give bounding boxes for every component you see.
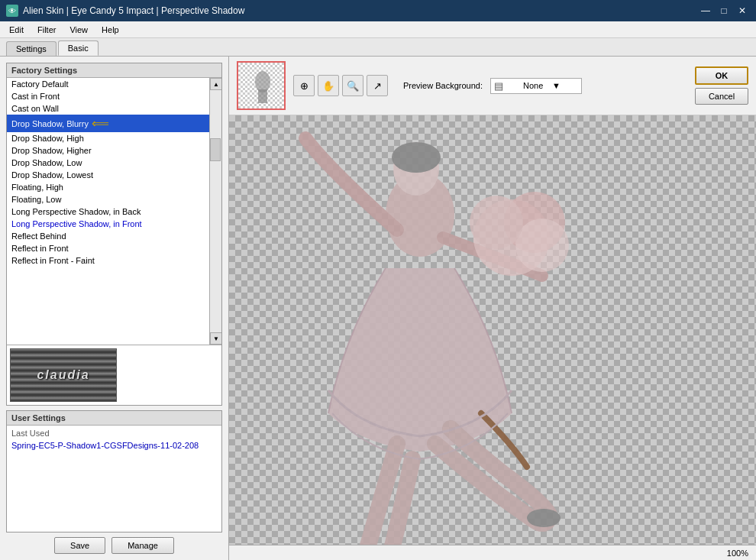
list-item[interactable]: Long Perspective Shadow, in Back <box>7 206 209 218</box>
canvas-area <box>229 115 756 545</box>
preset-section: Factory Settings Factory Default Cast in… <box>6 63 222 406</box>
scroll-down-button[interactable]: ▼ <box>210 332 221 345</box>
tab-settings[interactable]: Settings <box>6 41 57 56</box>
user-settings-content: Last Used Spring-EC5-P-Shadow1-CGSFDesig… <box>7 426 221 532</box>
preset-header: Factory Settings <box>7 63 221 78</box>
list-item[interactable]: Reflect Behind <box>7 230 209 242</box>
main-content: Factory Settings Factory Default Cast in… <box>0 57 756 560</box>
bottom-buttons: Save Manage <box>6 537 222 554</box>
hand-tool[interactable]: ✋ <box>318 75 339 96</box>
zoom-in-tool[interactable]: ⊕ <box>293 75 315 96</box>
window-title: Alien Skin | Eye Candy 5 Impact | Perspe… <box>23 5 244 16</box>
vertical-scrollbar[interactable]: ▲ ▼ <box>209 78 221 345</box>
svg-point-8 <box>392 142 441 173</box>
preset-list-container: Factory Default Cast in Front Cast on Wa… <box>7 78 221 345</box>
title-bar: 👁 Alien Skin | Eye Candy 5 Impact | Pers… <box>0 0 756 21</box>
list-item[interactable]: Cast in Front <box>7 90 209 102</box>
minimize-button[interactable]: — <box>698 3 713 18</box>
save-button[interactable]: Save <box>54 537 105 554</box>
scroll-track[interactable] <box>210 90 221 332</box>
menu-view[interactable]: View <box>63 24 94 36</box>
list-item[interactable]: Factory Default <box>7 78 209 90</box>
scroll-thumb[interactable] <box>210 138 221 161</box>
list-item[interactable]: Drop Shadow, Low <box>7 157 209 169</box>
menu-edit[interactable]: Edit <box>3 24 30 36</box>
cancel-button[interactable]: Cancel <box>695 88 748 105</box>
menu-help[interactable]: Help <box>95 24 125 36</box>
select-tool[interactable]: ↗ <box>367 75 388 96</box>
preset-list: Factory Default Cast in Front Cast on Wa… <box>7 78 209 345</box>
window-controls: — □ ✕ <box>698 3 750 18</box>
preview-bg-select[interactable]: ▤ None ▼ <box>490 78 582 94</box>
watermark-image: claudia <box>10 348 117 402</box>
dropdown-arrow-icon: ▼ <box>552 81 578 90</box>
title-bar-title: 👁 Alien Skin | Eye Candy 5 Impact | Pers… <box>6 5 244 17</box>
scroll-up-button[interactable]: ▲ <box>210 78 221 90</box>
zoom-out-tool[interactable]: 🔍 <box>342 75 363 96</box>
svg-point-4 <box>255 71 270 92</box>
top-row: ⊕ ✋ 🔍 ↗ Preview Background: ▤ None ▼ OK … <box>229 57 756 115</box>
list-item[interactable]: Floating, High <box>7 181 209 193</box>
menu-filter[interactable]: Filter <box>31 24 62 36</box>
svg-rect-5 <box>258 89 267 103</box>
list-item-selected[interactable]: Drop Shadow, Blurry ⟸ <box>7 115 209 132</box>
list-item[interactable]: Drop Shadow, Lowest <box>7 169 209 181</box>
list-item[interactable]: Long Perspective Shadow, in Front <box>7 218 209 230</box>
user-settings-section: User Settings Last Used Spring-EC5-P-Sha… <box>6 410 222 532</box>
list-item[interactable]: Drop Shadow, Higher <box>7 144 209 157</box>
status-bar: 100% <box>229 545 756 560</box>
preview-thumbnail <box>237 61 286 110</box>
user-last-used-label: Last Used <box>11 429 217 438</box>
preview-bg-label: Preview Background: <box>403 81 483 90</box>
toolbar-icons: ⊕ ✋ 🔍 ↗ <box>293 75 388 96</box>
menu-bar: Edit Filter View Help <box>0 21 756 38</box>
zoom-level: 100% <box>727 549 748 558</box>
dancer-figure <box>267 123 588 545</box>
user-last-used-item[interactable]: Spring-EC5-P-Shadow1-CGSFDesigns-11-02-2… <box>11 441 217 450</box>
manage-button[interactable]: Manage <box>111 537 174 554</box>
tab-bar: Settings Basic <box>0 38 756 57</box>
right-panel: ⊕ ✋ 🔍 ↗ Preview Background: ▤ None ▼ OK … <box>229 57 756 560</box>
arrow-indicator: ⟸ <box>92 116 109 131</box>
user-settings-header: User Settings <box>7 411 221 426</box>
maximize-button[interactable]: □ <box>716 3 732 18</box>
list-item[interactable]: Cast on Wall <box>7 102 209 115</box>
list-item[interactable]: Floating, Low <box>7 193 209 206</box>
thumb-preview-svg <box>238 63 284 108</box>
svg-point-11 <box>515 218 569 272</box>
ok-cancel-buttons: OK Cancel <box>695 66 748 105</box>
tab-basic[interactable]: Basic <box>58 40 99 56</box>
svg-point-14 <box>527 509 561 527</box>
list-item[interactable]: Reflect in Front <box>7 242 209 254</box>
app-icon: 👁 <box>6 5 18 17</box>
ok-button[interactable]: OK <box>695 66 748 85</box>
list-item[interactable]: Reflect in Front - Faint <box>7 254 209 267</box>
close-button[interactable]: ✕ <box>735 3 750 18</box>
left-panel: Factory Settings Factory Default Cast in… <box>0 57 229 560</box>
list-item[interactable]: Drop Shadow, High <box>7 132 209 144</box>
svg-point-12 <box>470 196 523 249</box>
watermark-area: claudia <box>7 345 221 405</box>
